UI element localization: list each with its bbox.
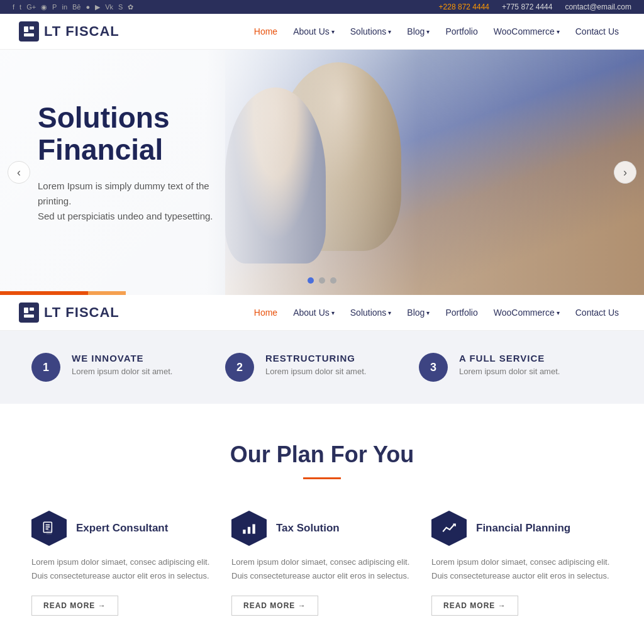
hero-next-button[interactable]: › <box>614 161 636 184</box>
sticky-nav-contact[interactable]: Contact Us <box>569 304 625 321</box>
hero-prev-button[interactable]: ‹ <box>8 161 30 184</box>
feature-text-3: A FULL SERVICE Lorem ipsum dolor sit ame… <box>459 353 560 376</box>
contact-info: +228 872 4444 +775 872 4444 contact@emai… <box>439 3 631 11</box>
svg-rect-3 <box>24 308 28 313</box>
plan-heading: Our Plan For You <box>31 441 613 468</box>
plan-divider <box>303 477 341 479</box>
feature-num-1: 1 <box>31 353 60 382</box>
logo-text: LT FISCAL <box>44 23 119 40</box>
main-nav: Home About Us▾ Solutions▾ Blog▾ Portfoli… <box>248 23 625 40</box>
svg-rect-2 <box>24 33 34 36</box>
hero-content: Solutions Financial Lorem Ipsum is simpl… <box>0 102 283 242</box>
sticky-header: LT FISCAL Home About Us▾ Solutions▾ Blog… <box>0 295 644 331</box>
feature-title-2: RESTRUCTURING <box>265 353 366 364</box>
sticky-solutions-arrow: ▾ <box>388 309 391 316</box>
sticky-about-arrow: ▾ <box>331 309 335 316</box>
nav-woocommerce[interactable]: WooCommerce▾ <box>487 23 566 40</box>
sticky-nav-blog[interactable]: Blog▾ <box>401 304 436 321</box>
hero-section: Solutions Financial Lorem Ipsum is simpl… <box>0 50 644 295</box>
logo-icon <box>19 21 39 42</box>
hero-dot-3[interactable] <box>330 277 336 284</box>
sticky-woo-arrow: ▾ <box>557 309 560 316</box>
read-more-btn-3[interactable]: READ MORE → <box>431 596 518 616</box>
feature-desc-1: Lorem ipsum dolor sit amet. <box>72 367 172 376</box>
svg-rect-4 <box>30 308 34 311</box>
drib-icon[interactable]: ● <box>86 3 90 11</box>
plan-card-title-2: Tax Solution <box>276 522 340 535</box>
hero-progress-bar-secondary <box>88 291 126 295</box>
social-links[interactable]: f t G+ ◉ P in Bē ● ▶ Vk S ✿ <box>13 3 133 11</box>
nav-portfolio[interactable]: Portfolio <box>439 23 484 40</box>
sticky-logo-icon <box>19 303 39 323</box>
sticky-nav-solutions[interactable]: Solutions▾ <box>344 304 398 321</box>
sticky-nav-home[interactable]: Home <box>248 304 284 321</box>
feature-title-1: WE INNOVATE <box>72 353 172 364</box>
logo[interactable]: LT FISCAL <box>19 21 119 42</box>
email[interactable]: contact@email.com <box>565 3 631 11</box>
nav-contact[interactable]: Contact Us <box>569 23 625 40</box>
rss-icon[interactable]: ◉ <box>41 3 47 11</box>
plan-card-3: Financial Planning Lorem ipsum dolor sim… <box>431 511 613 616</box>
plan-section: Our Plan For You Expert Consultant Lorem… <box>0 404 644 644</box>
hero-title: Solutions Financial <box>38 102 245 165</box>
sticky-logo[interactable]: LT FISCAL <box>19 303 119 323</box>
plan-icon-consultant <box>31 511 67 546</box>
hero-dots <box>308 277 336 284</box>
plan-icon-financial <box>431 511 467 546</box>
phone1[interactable]: +228 872 4444 <box>439 3 489 11</box>
about-arrow: ▾ <box>331 28 335 35</box>
svg-rect-11 <box>243 530 245 534</box>
solutions-arrow: ▾ <box>388 28 391 35</box>
sticky-nav: Home About Us▾ Solutions▾ Blog▾ Portfoli… <box>248 304 625 321</box>
plan-card-header-2: Tax Solution <box>231 511 413 546</box>
sk-icon[interactable]: S <box>118 3 123 11</box>
plan-card-desc-3: Lorem ipsum dolor simaet, consec adipisc… <box>431 555 613 583</box>
read-more-btn-1[interactable]: READ MORE → <box>31 596 118 616</box>
fb-icon[interactable]: f <box>13 3 14 11</box>
feature-item-2: 2 RESTRUCTURING Lorem ipsum dolor sit am… <box>225 353 419 382</box>
sticky-nav-about[interactable]: About Us▾ <box>287 304 341 321</box>
nav-about[interactable]: About Us▾ <box>287 23 341 40</box>
sticky-logo-text: LT FISCAL <box>44 304 119 321</box>
feature-title-3: A FULL SERVICE <box>459 353 560 364</box>
plan-cards: Expert Consultant Lorem ipsum dolor sima… <box>31 511 613 616</box>
nav-solutions[interactable]: Solutions▾ <box>344 23 398 40</box>
feature-num-3: 3 <box>419 353 448 382</box>
wp-icon[interactable]: ✿ <box>128 3 133 11</box>
hero-dot-2[interactable] <box>319 277 325 284</box>
hero-subtitle: Lorem Ipsum is simply dummy text of the … <box>38 179 245 224</box>
feature-item-3: 3 A FULL SERVICE Lorem ipsum dolor sit a… <box>419 353 613 382</box>
li-icon[interactable]: in <box>62 3 67 11</box>
top-bar: f t G+ ◉ P in Bē ● ▶ Vk S ✿ +228 872 444… <box>0 0 644 14</box>
vk-icon[interactable]: Vk <box>105 3 113 11</box>
woo-arrow: ▾ <box>557 28 560 35</box>
sticky-nav-portfolio[interactable]: Portfolio <box>439 304 484 321</box>
hero-dot-1[interactable] <box>308 277 314 284</box>
be-icon[interactable]: Bē <box>72 3 80 11</box>
plan-card-2: Tax Solution Lorem ipsum dolor simaet, c… <box>231 511 413 616</box>
plan-card-desc-1: Lorem ipsum dolor simaet, consec adipisc… <box>31 555 213 583</box>
feature-item-1: 1 WE INNOVATE Lorem ipsum dolor sit amet… <box>31 353 225 382</box>
feature-text-2: RESTRUCTURING Lorem ipsum dolor sit amet… <box>265 353 366 376</box>
read-more-btn-2[interactable]: READ MORE → <box>231 596 318 616</box>
svg-rect-10 <box>47 530 52 535</box>
plan-icon-tax <box>231 511 267 546</box>
tw-icon[interactable]: t <box>19 3 21 11</box>
pin-icon[interactable]: P <box>52 3 57 11</box>
plan-card-1: Expert Consultant Lorem ipsum dolor sima… <box>31 511 213 616</box>
plan-card-header-3: Financial Planning <box>431 511 613 546</box>
main-header: LT FISCAL Home About Us▾ Solutions▾ Blog… <box>0 14 644 50</box>
phone2[interactable]: +775 872 4444 <box>502 3 552 11</box>
sticky-nav-woocommerce[interactable]: WooCommerce▾ <box>487 304 566 321</box>
nav-blog[interactable]: Blog▾ <box>401 23 436 40</box>
feature-desc-2: Lorem ipsum dolor sit amet. <box>265 367 366 376</box>
plan-card-header-1: Expert Consultant <box>31 511 213 546</box>
plan-card-title-3: Financial Planning <box>476 522 570 535</box>
svg-rect-0 <box>24 26 28 32</box>
hero-progress <box>0 291 126 295</box>
yt-icon[interactable]: ▶ <box>95 3 100 11</box>
svg-rect-12 <box>248 527 250 534</box>
nav-home[interactable]: Home <box>248 23 284 40</box>
plan-card-desc-2: Lorem ipsum dolor simaet, consec adipisc… <box>231 555 413 583</box>
gplus-icon[interactable]: G+ <box>26 3 36 11</box>
